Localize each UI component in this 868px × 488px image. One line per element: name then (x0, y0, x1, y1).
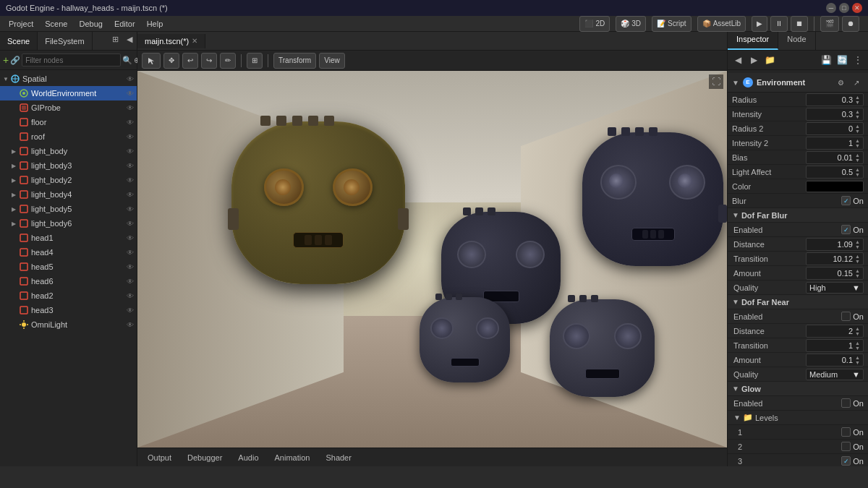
menu-scene[interactable]: Scene (39, 18, 73, 30)
dof-far-arrow[interactable]: ▼ (732, 211, 739, 219)
radius2-value[interactable]: 0 ▲▼ (806, 122, 864, 135)
tab-audio[interactable]: Audio (231, 451, 265, 464)
history-back-btn[interactable]: ◀ (731, 53, 745, 67)
dof-far-trans-value[interactable]: 10.12 ▲▼ (806, 252, 864, 265)
select-tool[interactable] (142, 53, 161, 69)
tree-item-floor[interactable]: floor 👁 (0, 115, 137, 129)
tree-item-lightbody[interactable]: ▶ light_body 👁 (0, 144, 137, 158)
tree-eye-worldenv[interactable]: 👁 (127, 90, 134, 98)
tree-item-giprobe[interactable]: GIProbe 👁 (0, 100, 137, 115)
tree-item-head6[interactable]: head6 👁 (0, 274, 137, 288)
tree-eye-spatial[interactable]: 👁 (127, 75, 134, 83)
color-value[interactable] (806, 181, 864, 192)
movie-btn[interactable]: 🎬 (820, 16, 839, 32)
tree-eye-floor[interactable]: 👁 (127, 119, 134, 127)
tree-item-lightbody5[interactable]: ▶ light_body5 👁 (0, 202, 137, 216)
history-fwd-btn[interactable]: ▶ (746, 53, 761, 67)
level-2-box[interactable]: ✓ (841, 442, 851, 451)
blur-check-box[interactable]: ✓ (841, 196, 851, 205)
radius-value[interactable]: 0.3 ▲▼ (806, 93, 864, 106)
env-collapse-arrow[interactable]: ▼ (732, 79, 739, 87)
tree-eye-roof[interactable]: 👁 (127, 133, 134, 141)
search-btn[interactable]: 🔍 (122, 53, 132, 67)
dof-far-dist-value[interactable]: 1.09 ▲▼ (806, 238, 864, 251)
lightaffect-value[interactable]: 0.5 ▲▼ (806, 166, 864, 179)
menu-editor[interactable]: Editor (109, 18, 141, 30)
dof-near-quality-dropdown[interactable]: Medium ▼ (806, 369, 864, 380)
panel-toggle-btn[interactable]: ◀ (122, 32, 137, 46)
mode-script-btn[interactable]: 📝 Script (652, 16, 692, 32)
link-node-btn[interactable]: 🔗 (10, 53, 20, 67)
tree-item-omnilight[interactable]: OmniLight 👁 (0, 317, 137, 332)
level-1-checkbox[interactable]: ✓ On (806, 427, 864, 437)
level-1-box[interactable]: ✓ (841, 427, 851, 437)
menu-debug[interactable]: Debug (73, 18, 108, 30)
tree-item-head2[interactable]: head2 👁 (0, 288, 137, 303)
move-tool[interactable]: ✥ (163, 53, 179, 69)
dof-near-check-box[interactable]: ✓ (841, 312, 851, 321)
tree-item-head3[interactable]: head3 👁 (0, 303, 137, 317)
tab-node[interactable]: Node (778, 32, 815, 50)
snap-btn[interactable]: ⊞ (247, 53, 263, 69)
tree-eye-lb[interactable]: 👁 (127, 147, 134, 155)
tree-item-lightbody2[interactable]: ▶ light_body2 👁 (0, 173, 137, 187)
blur-checkbox[interactable]: ✓ On (806, 196, 864, 205)
viewport-canvas[interactable]: ⛶ (137, 71, 727, 448)
intensity2-value[interactable]: 1 ▲▼ (806, 137, 864, 150)
tab-scene[interactable]: Scene (0, 32, 38, 50)
tab-animation[interactable]: Animation (268, 451, 318, 464)
mode-assetlib-btn[interactable]: 📦 AssetLib (697, 16, 746, 32)
tree-item-lightbody3[interactable]: ▶ light_body3 👁 (0, 158, 137, 173)
dof-far-amount-value[interactable]: 0.15 ▲▼ (806, 267, 864, 280)
glow-arrow[interactable]: ▼ (732, 385, 739, 393)
mode-3d-btn[interactable]: 🎲 3D (616, 16, 646, 32)
inspector-save-btn[interactable]: 💾 (819, 53, 833, 67)
level-3-checkbox[interactable]: ✓ On (806, 456, 864, 466)
scene-search-input[interactable] (22, 53, 121, 67)
play-btn[interactable]: ▶ (752, 16, 767, 32)
bias-value[interactable]: 0.01 ▲▼ (806, 151, 864, 164)
viewport-tab-close[interactable]: ✕ (192, 37, 197, 45)
intensity-value[interactable]: 0.3 ▲▼ (806, 108, 864, 121)
tree-item-head5[interactable]: head5 👁 (0, 260, 137, 274)
tab-filesystem[interactable]: FileSystem (38, 32, 92, 50)
menu-project[interactable]: Project (3, 18, 39, 30)
add-node-btn[interactable]: + (3, 53, 9, 67)
level-3-box[interactable]: ✓ (841, 456, 851, 466)
tree-item-head4[interactable]: head4 👁 (0, 245, 137, 260)
stop-btn[interactable]: ⏹ (791, 16, 808, 32)
inspector-folder-btn[interactable]: 📁 (762, 53, 777, 67)
pause-btn[interactable]: ⏸ (770, 16, 788, 32)
tab-output[interactable]: Output (140, 451, 179, 464)
close-btn[interactable]: ✕ (852, 3, 862, 13)
tree-item-worldenv[interactable]: WorldEnvironment 👁 (0, 86, 137, 100)
tab-debugger[interactable]: Debugger (180, 451, 229, 464)
fullscreen-btn[interactable]: ⛶ (709, 74, 723, 89)
maximize-btn[interactable]: □ (839, 3, 849, 13)
levels-arrow[interactable]: ▼ (733, 414, 741, 421)
dof-near-dist-value[interactable]: 2 ▲▼ (806, 325, 864, 338)
level-2-checkbox[interactable]: ✓ On (806, 442, 864, 451)
transform-btn[interactable]: Transform (273, 53, 316, 69)
env-settings-btn[interactable]: ⚙ (833, 75, 848, 90)
tree-item-head1[interactable]: head1 👁 (0, 231, 137, 245)
pen-tool[interactable]: ✏ (220, 53, 236, 69)
tree-item-spatial[interactable]: ▼ Spatial 👁 (0, 72, 137, 86)
minimize-btn[interactable]: ─ (826, 3, 836, 13)
redo-btn[interactable]: ↪ (201, 53, 217, 69)
tree-item-lightbody4[interactable]: ▶ light_body4 👁 (0, 187, 137, 202)
dof-far-check-box[interactable]: ✓ (841, 225, 851, 234)
view-btn[interactable]: View (319, 53, 345, 69)
undo-btn[interactable]: ↩ (182, 53, 198, 69)
mode-2d-btn[interactable]: ⬛ 2D (579, 16, 610, 32)
tree-eye-giprobe[interactable]: 👁 (127, 104, 134, 112)
layout-toggle-btn[interactable]: ⊞ (108, 32, 122, 46)
glow-check-box[interactable]: ✓ (841, 398, 851, 408)
tree-item-roof[interactable]: roof 👁 (0, 129, 137, 144)
dof-far-quality-dropdown[interactable]: High ▼ (806, 282, 864, 294)
inspector-more-btn[interactable]: ⋮ (851, 53, 865, 67)
dof-near-arrow[interactable]: ▼ (732, 298, 739, 306)
dof-far-enabled-checkbox[interactable]: ✓ On (806, 225, 864, 234)
env-open-btn[interactable]: ↗ (849, 75, 864, 90)
tab-inspector[interactable]: Inspector (728, 32, 778, 50)
